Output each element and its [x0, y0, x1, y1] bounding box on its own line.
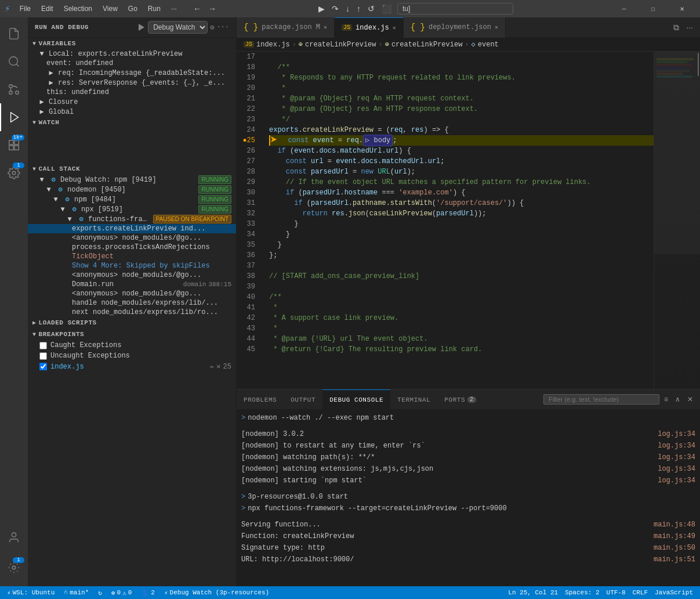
breadcrumb-event[interactable]: event — [478, 41, 499, 49]
tab-problems[interactable]: PROBLEMS — [237, 389, 284, 410]
status-sync[interactable]: ↻ — [96, 589, 104, 597]
tab-terminal[interactable]: TERMINAL — [390, 389, 437, 410]
frame-anon2[interactable]: <anonymous> node_modules/@go... — [28, 270, 236, 280]
log-link-3[interactable]: log.js:34 — [658, 452, 695, 463]
activity-source-control[interactable] — [0, 75, 28, 103]
minimize-button[interactable]: ─ — [611, 0, 637, 17]
debug-settings-icon[interactable]: ⚙ — [210, 23, 214, 32]
frame-handle[interactable]: handle node_modules/express/lib/... — [28, 298, 236, 308]
debug-more-icon[interactable]: ··· — [216, 23, 229, 31]
nav-forward[interactable]: → — [206, 3, 219, 15]
frame-next[interactable]: next node_modules/express/lib/ro... — [28, 308, 236, 317]
close-deployment-tab[interactable]: ✕ — [495, 24, 498, 31]
more-tab-actions[interactable]: ··· — [684, 21, 695, 33]
log-link-1[interactable]: log.js:34 — [658, 429, 695, 439]
activity-debug[interactable] — [0, 103, 28, 131]
status-language[interactable]: JavaScript — [652, 589, 695, 596]
status-errors[interactable]: ⊗ 0 ⚠ 0 — [109, 589, 134, 597]
menu-selection[interactable]: Selection — [59, 3, 97, 14]
log-link-5[interactable]: log.js:34 — [658, 475, 695, 486]
debug-step-into[interactable]: ↓ — [343, 3, 352, 15]
caught-exceptions-item[interactable]: Caught Exceptions — [28, 340, 236, 351]
main-link-3[interactable]: main.js:50 — [654, 543, 695, 553]
frame-anon3[interactable]: <anonymous> node_modules/@go... — [28, 289, 236, 298]
variables-local-item[interactable]: ▼ Local: exports.createLinkPreview — [28, 49, 236, 59]
status-eol[interactable]: CRLF — [630, 589, 650, 596]
loaded-scripts-section-header[interactable]: ▶ LOADED SCRIPTS — [28, 317, 236, 329]
debug-config-select[interactable]: Debug Watch — [148, 21, 208, 34]
tab-package-json[interactable]: { } package.json M ✕ — [237, 17, 335, 38]
uncaught-exceptions-item[interactable]: Uncaught Exceptions — [28, 351, 236, 361]
activity-search[interactable] — [0, 48, 28, 75]
collapse-panel-btn[interactable]: ∧ — [673, 394, 683, 405]
debug-step-over[interactable]: ↷ — [329, 3, 341, 15]
call-stack-item[interactable]: ▼ ⚙ Debug Watch: npm [9419] RUNNING — [28, 175, 236, 185]
status-encoding[interactable]: UTF-8 — [604, 589, 628, 596]
frame-exports[interactable]: exports.createLinkPreview ind... — [28, 224, 236, 233]
debug-continue[interactable]: ▶ — [316, 3, 327, 15]
call-stack-npm2[interactable]: ▼ ⚙ npm [9484] RUNNING — [28, 194, 236, 204]
log-link-4[interactable]: log.js:34 — [658, 464, 695, 474]
call-stack-npx[interactable]: ▼ ⚙ npx [9519] RUNNING — [28, 204, 236, 214]
status-users[interactable]: 👤 2 — [139, 589, 157, 597]
frame-anon1[interactable]: <anonymous> node_modules/@go... — [28, 233, 236, 243]
watch-section-header[interactable]: ▼ WATCH — [28, 117, 236, 128]
main-link-4[interactable]: main.js:51 — [654, 554, 695, 565]
activity-extensions[interactable] — [0, 131, 28, 159]
activity-settings[interactable] — [0, 159, 28, 187]
tab-ports[interactable]: PORTS 2 — [437, 389, 483, 410]
breadcrumb-create1[interactable]: createLinkPreview — [305, 41, 376, 49]
debug-step-out[interactable]: ↑ — [354, 3, 363, 15]
breadcrumb-file[interactable]: index.js — [256, 41, 290, 49]
breakpoints-section-header[interactable]: ▼ BREAKPOINTS — [28, 329, 236, 340]
close-panel-btn[interactable]: ✕ — [685, 394, 695, 405]
variables-req-item[interactable]: ▶ req: IncomingMessage {_readableState:.… — [28, 68, 236, 78]
frame-process[interactable]: process.processTicksAndRejections — [28, 243, 236, 252]
uncaught-exceptions-checkbox[interactable] — [39, 352, 47, 360]
search-input[interactable] — [397, 3, 513, 15]
frame-tick[interactable]: TickObject — [28, 252, 236, 261]
index-js-checkbox[interactable] — [39, 363, 47, 370]
status-ln-col[interactable]: Ln 25, Col 21 — [506, 589, 560, 596]
close-index-tab[interactable]: ✕ — [393, 24, 396, 31]
list-view-btn[interactable]: ≡ — [662, 394, 670, 405]
log-link-2[interactable]: log.js:34 — [658, 441, 695, 451]
close-package-tab[interactable]: ✕ — [324, 24, 327, 31]
status-spaces[interactable]: Spaces: 2 — [563, 589, 601, 596]
caught-exceptions-checkbox[interactable] — [39, 342, 47, 349]
code-content[interactable]: /** * Responds to any HTTP request relat… — [264, 52, 654, 389]
breadcrumb-create2[interactable]: createLinkPreview — [391, 41, 462, 49]
variables-res-item[interactable]: ▶ res: ServerResponse {_events: {…}, _e.… — [28, 78, 236, 88]
debug-stop[interactable]: ⬛ — [379, 3, 394, 15]
call-stack-nodemon[interactable]: ▼ ⚙ nodemon [9450] RUNNING — [28, 185, 236, 194]
remove-bp-icon[interactable]: ✕ — [216, 362, 220, 371]
nav-back[interactable]: ← — [191, 3, 204, 15]
filter-input[interactable] — [543, 394, 659, 405]
tab-debug-console[interactable]: DEBUG CONSOLE — [322, 389, 390, 410]
menu-edit[interactable]: Edit — [37, 3, 58, 14]
tab-deployment-json[interactable]: { } deployment.json ✕ — [404, 17, 506, 38]
code-editor[interactable]: 17 18 19 20 21 22 23 24 ●25 26 27 28 29 … — [237, 52, 654, 389]
tab-index-js[interactable]: JS index.js ✕ — [335, 17, 404, 38]
variables-global-item[interactable]: ▶ Global — [28, 107, 236, 117]
split-editor-btn[interactable]: ⧉ — [671, 21, 681, 34]
call-stack-section-header[interactable]: ▼ CALL STACK — [28, 163, 236, 175]
main-link-1[interactable]: main.js:48 — [654, 519, 695, 530]
index-js-breakpoint-item[interactable]: index.js ✏ ✕ 25 — [28, 361, 236, 372]
menu-view[interactable]: View — [98, 3, 122, 14]
status-debug-label[interactable]: ⚡ Debug Watch (3p-resources) — [162, 589, 271, 597]
frame-skip-notice[interactable]: Show 4 More: Skipped by skipFiles — [28, 261, 236, 270]
main-link-2[interactable]: main.js:49 — [654, 531, 695, 542]
activity-explorer[interactable] — [0, 20, 28, 48]
variables-section-header[interactable]: ▼ VARIABLES — [28, 38, 236, 49]
menu-more[interactable]: ··· — [166, 3, 182, 14]
status-branch[interactable]: ⑃ main* — [61, 589, 91, 596]
menu-run[interactable]: Run — [143, 3, 165, 14]
variables-this-item[interactable]: this: undefined — [28, 88, 236, 97]
edit-bp-icon[interactable]: ✏ — [210, 362, 214, 371]
frame-domain[interactable]: Domain.run domain 388:15 — [28, 280, 236, 289]
tab-output[interactable]: OUTPUT — [284, 389, 322, 410]
activity-accounts[interactable] — [0, 524, 28, 551]
menu-file[interactable]: File — [15, 3, 35, 14]
play-debug-icon[interactable] — [136, 23, 146, 32]
